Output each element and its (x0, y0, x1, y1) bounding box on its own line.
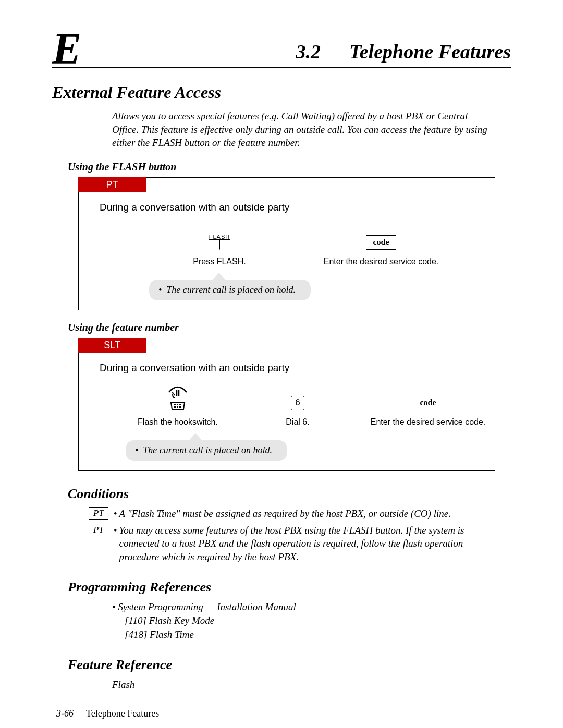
footer-label: Telephone Features (86, 708, 159, 719)
condition-item: PT • You may access some features of the… (89, 524, 490, 564)
dial6-caption: Dial 6. (266, 417, 329, 427)
proc1-steps: FLASH Press FLASH. code Enter the desire… (167, 223, 495, 266)
code-box-icon-2: code (413, 396, 443, 410)
key-6-icon: 6 (291, 396, 304, 410)
document-page: E 3.2Telephone Features External Feature… (0, 0, 563, 728)
section-title: External Feature Access (52, 83, 511, 102)
condition-item: PT • A "Flash Time" must be assigned as … (89, 507, 490, 521)
step-code-2: code Enter the desired service code. (365, 383, 491, 427)
chapter-letter: E (52, 31, 81, 66)
programming-heading: Programming References (68, 579, 511, 595)
callout-tail-icon-2 (188, 433, 203, 441)
code-box-icon: code (366, 235, 396, 250)
feature-ref-heading: Feature Reference (68, 657, 511, 673)
footer-rule (52, 705, 511, 705)
step-flash: FLASH Press FLASH. (167, 223, 272, 266)
programming-ref1: [110] Flash Key Mode (125, 615, 214, 626)
proc2-tab: SLT (78, 338, 146, 353)
hookswitch-caption: Flash the hookswitch. (126, 417, 230, 427)
proc1-box: PT During a conversation with an outside… (78, 177, 495, 310)
flash-caption: Press FLASH. (167, 257, 272, 266)
programming-body: • System Programming — Installation Manu… (112, 600, 490, 642)
proc1-callout: • The current call is placed on hold. (149, 280, 311, 300)
section-number: 3.2 (296, 41, 321, 63)
page-number: 3-66 (56, 708, 74, 719)
proc2-box: SLT During a conversation with an outsid… (78, 338, 495, 471)
svg-rect-1 (177, 404, 178, 405)
header-right: 3.2Telephone Features (81, 40, 511, 66)
proc1-condition: During a conversation with an outside pa… (100, 202, 495, 213)
flash-key-label: FLASH (209, 233, 230, 240)
callout-tail-icon (212, 273, 226, 281)
svg-rect-0 (174, 404, 176, 405)
flash-key-icon (219, 240, 220, 250)
code-caption-2: Enter the desired service code. (365, 417, 491, 427)
svg-rect-5 (179, 406, 181, 408)
svg-rect-4 (177, 406, 178, 408)
svg-rect-2 (179, 404, 181, 405)
programming-line1: System Programming — Installation Manual (118, 601, 296, 612)
svg-rect-3 (174, 406, 176, 408)
page-footer: 3-66Telephone Features (56, 708, 511, 719)
header-title: Telephone Features (349, 41, 511, 63)
proc2-callout: • The current call is placed on hold. (126, 440, 287, 461)
proc2-condition: During a conversation with an outside pa… (100, 362, 495, 374)
proc1-tab: PT (78, 177, 146, 192)
condition-text: A "Flash Time" must be assigned as requi… (119, 507, 451, 521)
programming-ref2: [418] Flash Time (125, 629, 194, 640)
proc2-heading: Using the feature number (68, 322, 511, 334)
flash-button-icon: FLASH (209, 233, 230, 250)
intro-paragraph: Allows you to access special features (e… (112, 109, 490, 150)
condition-text: You may access some features of the host… (119, 524, 491, 564)
feature-ref-item: Flash (112, 678, 490, 692)
step-hookswitch: Flash the hookswitch. (126, 383, 230, 427)
proc2-callout-text: The current call is placed on hold. (143, 445, 272, 455)
pt-badge: PT (89, 507, 108, 520)
hookswitch-icon (166, 386, 190, 410)
proc1-callout-text: The current call is placed on hold. (166, 285, 296, 295)
proc2-steps: Flash the hookswitch. 6 Dial 6. code Ent… (126, 383, 495, 427)
step-code: code Enter the desired service code. (319, 223, 444, 266)
pt-badge: PT (89, 524, 108, 536)
step-dial6: 6 Dial 6. (266, 383, 329, 427)
page-header: E 3.2Telephone Features (52, 31, 511, 68)
conditions-heading: Conditions (68, 486, 511, 502)
code-caption: Enter the desired service code. (319, 257, 444, 266)
proc1-heading: Using the FLASH button (68, 161, 511, 173)
